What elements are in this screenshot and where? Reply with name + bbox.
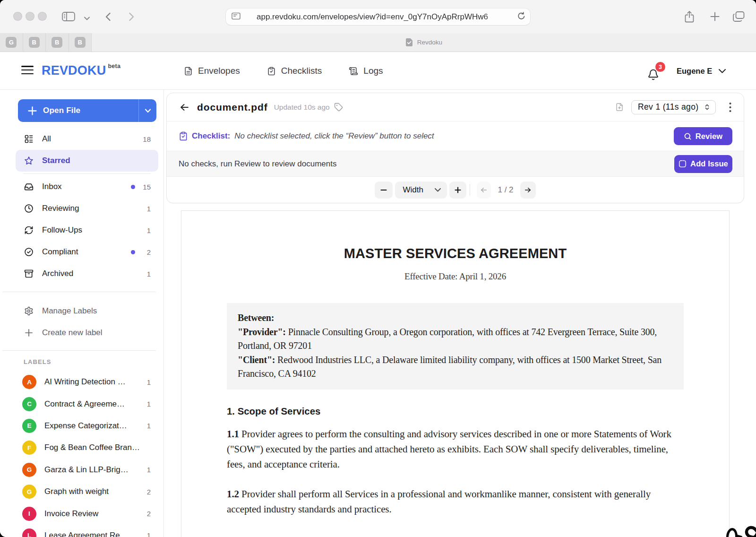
review-button[interactable]: Review — [674, 127, 732, 145]
sidebar-folder-item[interactable]: Compliant 2 — [16, 241, 158, 263]
pinned-tab[interactable]: B — [23, 33, 46, 52]
folder-label: Inbox — [42, 182, 131, 191]
folder-count: 2 — [141, 248, 151, 256]
user-name: Eugene E — [677, 67, 712, 76]
label-count: 2 — [144, 488, 151, 496]
close-window-button[interactable] — [13, 12, 22, 21]
user-menu[interactable]: Eugene E — [677, 52, 726, 90]
nav-item-label: Envelopes — [198, 66, 240, 76]
label-item[interactable]: G Garza & Lin LLP-Brig… 1 — [16, 459, 158, 481]
label-item[interactable]: L Lease Agreement Re… 1 — [16, 525, 158, 537]
tab-overview-icon[interactable] — [733, 11, 745, 24]
app-body: Open File — [0, 90, 756, 537]
browser-sidebar-icon[interactable] — [62, 12, 75, 23]
label-item[interactable]: G Graph with weight 2 — [16, 481, 158, 502]
label-item[interactable]: C Contract & Agreeme… 1 — [16, 393, 158, 415]
revision-select[interactable]: Rev 1 (11s ago) — [631, 100, 716, 114]
browser-forward-button[interactable] — [129, 12, 135, 23]
pinned-tab[interactable]: B — [69, 33, 92, 52]
clock-icon — [24, 204, 34, 213]
zoom-in-button[interactable] — [449, 182, 466, 199]
tab-favicon-icon — [405, 38, 413, 47]
label-item[interactable]: E Expense Categorizat… 1 — [16, 415, 158, 437]
paragraph: 1.1 Provider agrees to perform the consu… — [227, 426, 684, 472]
main-panel: document.pdf Updated 10s ago Rev 1 (11s … — [164, 90, 756, 537]
checklists-icon — [267, 66, 276, 76]
create-label-button[interactable]: Create new label — [16, 322, 158, 344]
check-circle-icon — [24, 247, 34, 257]
traffic-lights — [13, 12, 47, 21]
tab-group-chevron-icon[interactable] — [84, 14, 90, 23]
section-heading: 1. Scope of Services — [227, 406, 684, 417]
pinned-tab[interactable]: B — [46, 33, 69, 52]
sidebar-folder-item[interactable]: Archived 1 — [16, 263, 158, 285]
label-item[interactable]: I Invoice Review 2 — [16, 502, 158, 524]
nav-item[interactable]: Logs — [349, 66, 383, 76]
zoom-out-button[interactable] — [375, 182, 393, 199]
sidebar-folder-item[interactable]: All 18 — [16, 128, 158, 150]
chevron-down-icon — [434, 188, 441, 192]
document-header: document.pdf Updated 10s ago Rev 1 (11s … — [167, 93, 744, 121]
reload-icon[interactable] — [517, 12, 525, 22]
logo[interactable]: REVDOKU beta — [42, 63, 120, 78]
folder-label: Archived — [42, 269, 141, 278]
open-file-label: Open File — [43, 106, 80, 115]
folder-label: Starred — [42, 156, 141, 165]
chevron-down-icon — [718, 69, 726, 74]
sidebar-folder-item[interactable]: Follow-Ups 1 — [16, 219, 158, 241]
menu-icon[interactable] — [21, 66, 34, 74]
manage-labels-button[interactable]: Manage Labels — [16, 300, 158, 322]
more-options-icon[interactable] — [728, 102, 732, 113]
url-bar[interactable]: app.revdoku.com/envelopes/view?id=env_0g… — [226, 9, 530, 25]
page-indicator: 1 / 2 — [498, 185, 513, 195]
label-count: 1 — [144, 378, 151, 386]
labels-heading: LABELS — [24, 358, 163, 365]
pdf-title: MASTER SERVICES AGREEMENT — [227, 246, 684, 261]
label-color-badge: G — [22, 485, 36, 499]
new-tab-icon[interactable] — [710, 12, 720, 23]
share-icon[interactable] — [685, 11, 694, 25]
paragraph-line: 1.2 Provider shall perform all Services … — [227, 486, 684, 502]
logo-text: REVDOKU — [42, 63, 106, 78]
zoom-mode-select[interactable]: Width — [395, 182, 447, 199]
minimize-window-button[interactable] — [26, 12, 34, 21]
search-icon — [684, 132, 692, 140]
previous-page-button[interactable] — [477, 182, 491, 199]
pinned-tab-favicon: B — [75, 37, 86, 48]
sidebar-folder-item[interactable]: Inbox 15 — [16, 176, 158, 198]
browser-back-button[interactable] — [105, 12, 111, 23]
nav-item[interactable]: Envelopes — [184, 66, 240, 76]
sidebar-folder-item[interactable]: Starred — [16, 150, 158, 172]
website-settings-icon[interactable] — [232, 12, 241, 22]
tab-title: Revdoku — [417, 39, 442, 46]
add-issue-button[interactable]: Add Issue — [674, 155, 732, 173]
folder-count: 15 — [141, 183, 151, 191]
active-tab[interactable]: Revdoku — [92, 33, 756, 52]
zoom-window-button[interactable] — [38, 12, 47, 21]
nav-item[interactable]: Checklists — [267, 66, 322, 76]
folder-label: Reviewing — [42, 204, 141, 213]
file-plus-icon[interactable] — [615, 102, 624, 112]
sidebar-folder-item[interactable]: Reviewing 1 — [16, 198, 158, 219]
label-color-badge: A — [22, 375, 36, 389]
label-item[interactable]: A AI Writing Detection … 1 — [16, 371, 158, 393]
tag-icon[interactable] — [334, 103, 343, 112]
arrow-right-icon — [524, 186, 532, 194]
open-file-dropdown[interactable] — [139, 109, 156, 113]
label-color-badge: L — [22, 528, 36, 537]
label-item[interactable]: F Fog & Bean Coffee Bran… — [16, 437, 158, 459]
manage-labels-label: Manage Labels — [42, 306, 151, 316]
pinned-tab-favicon: G — [6, 37, 17, 48]
back-button[interactable] — [178, 101, 191, 113]
notifications[interactable]: 3 — [647, 63, 667, 80]
label-name: Expense Categorizat… — [44, 421, 144, 431]
zoom-mode-label: Width — [403, 185, 434, 195]
open-file-button[interactable]: Open File — [18, 99, 156, 122]
pinned-tab[interactable]: G — [0, 33, 23, 52]
beta-badge: beta — [108, 63, 120, 78]
pdf-page: MASTER SERVICES AGREEMENT Effective Date… — [181, 210, 730, 537]
next-page-button[interactable] — [520, 182, 536, 199]
minus-icon — [380, 187, 387, 193]
label-name: Garza & Lin LLP-Brig… — [44, 465, 144, 475]
label-name: Graph with weight — [44, 487, 144, 496]
